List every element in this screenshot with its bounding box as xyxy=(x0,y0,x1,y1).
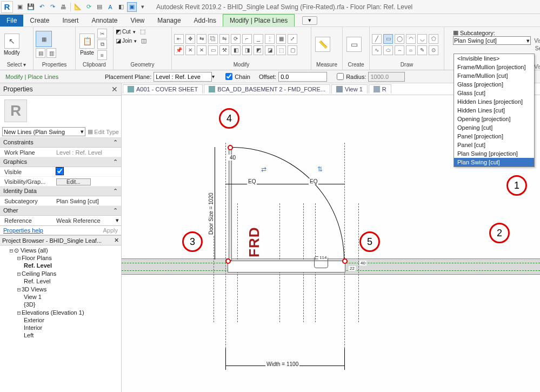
menu-addins[interactable]: Add-Ins xyxy=(188,15,223,26)
move-icon[interactable]: ✥ xyxy=(185,34,195,44)
tree-3d[interactable]: {3D} xyxy=(24,301,35,308)
tree-left[interactable]: Left xyxy=(24,332,34,338)
edit-button[interactable]: Edit... xyxy=(56,178,91,185)
section-identity[interactable]: Identity Data xyxy=(3,188,37,195)
measure-icon[interactable]: 📐 xyxy=(73,2,83,12)
create-icon[interactable]: ▭ xyxy=(346,37,362,52)
subcat-opt-selected[interactable]: Plan Swing [cut] xyxy=(454,158,534,167)
cope-icon[interactable]: ⬚ xyxy=(140,28,145,35)
print-icon[interactable]: 🖶 xyxy=(58,2,68,12)
section-constraints[interactable]: Constraints xyxy=(3,139,34,146)
draw-icon[interactable]: ⊙ xyxy=(429,45,438,55)
array-icon[interactable]: ▦ xyxy=(276,34,286,44)
join-button[interactable]: Join xyxy=(122,38,132,44)
qat-icon[interactable]: ▣ xyxy=(127,2,137,12)
redo-icon[interactable]: ↷ xyxy=(48,2,57,12)
menu-insert[interactable]: Insert xyxy=(56,15,85,26)
arc3-icon[interactable]: ◡ xyxy=(417,34,427,44)
copy-icon[interactable]: ⿻ xyxy=(208,34,218,44)
tree-ref-level[interactable]: Ref. Level xyxy=(24,262,52,269)
section-graphics[interactable]: Graphics xyxy=(3,158,27,165)
trim-icon[interactable]: ⌐ xyxy=(242,34,252,44)
mod-icon[interactable]: ◪ xyxy=(265,45,275,55)
offset-input[interactable] xyxy=(278,72,327,82)
group-icon[interactable]: ▭ xyxy=(208,45,218,55)
subcat-opt[interactable]: Frame/Mullion [projection] xyxy=(454,63,534,71)
view-tab[interactable]: A001 - COVER SHEET xyxy=(123,84,203,94)
scale-icon[interactable]: ⤢ xyxy=(288,34,297,44)
delete-icon[interactable]: ✕ xyxy=(197,45,206,55)
undo-icon[interactable]: ↶ xyxy=(37,2,46,12)
tree-ref-level-ceiling[interactable]: Ref. Level xyxy=(24,278,51,284)
view-tab[interactable]: R xyxy=(369,84,391,94)
qat-icon[interactable]: ◧ xyxy=(116,2,126,12)
flip-arrows-icon[interactable]: ⇅ xyxy=(317,165,323,173)
split-el-icon[interactable]: ⋮ xyxy=(265,34,275,44)
arrow-cursor-icon[interactable]: ↖ xyxy=(4,34,19,49)
ref-plane[interactable] xyxy=(225,143,226,348)
cut-button[interactable]: Cut xyxy=(122,29,131,35)
dim-eq-1[interactable]: EQ xyxy=(247,178,257,184)
ellipse-icon[interactable]: ⬭ xyxy=(383,45,393,55)
qat-icon[interactable]: ▤ xyxy=(95,2,104,12)
line-icon[interactable]: ╱ xyxy=(372,34,382,44)
view-tab[interactable]: BCA_DD_BASEMENT 2 - FMD_FORE... xyxy=(204,84,330,94)
properties-icon-2[interactable]: ▥ xyxy=(46,48,56,58)
subcat-opt[interactable]: Hidden Lines [projection] xyxy=(454,97,534,106)
apply-button[interactable]: Apply xyxy=(103,227,118,234)
section-other[interactable]: Other xyxy=(3,207,18,214)
type-selector[interactable]: New Lines (Plan Swing▾ xyxy=(2,127,85,136)
subcat-opt[interactable]: <Invisible lines> xyxy=(454,54,534,63)
mod-icon[interactable]: ▢ xyxy=(288,45,297,55)
partial-ellipse-icon[interactable]: ⌢ xyxy=(395,45,404,55)
join-geom-icon[interactable]: ◪ xyxy=(116,37,121,44)
rotate-icon[interactable]: ⟳ xyxy=(231,34,241,44)
paste-icon[interactable]: 📋 xyxy=(79,34,95,49)
file-menu[interactable]: File xyxy=(0,15,23,26)
mod-icon[interactable]: ◩ xyxy=(254,45,263,55)
edit-type-button[interactable]: ▦ Edit Type xyxy=(88,127,119,136)
prop-visible-checkbox[interactable] xyxy=(56,168,63,175)
placement-plane-input[interactable] xyxy=(154,72,212,82)
view-tab[interactable]: View 1 xyxy=(331,84,368,94)
offset-icon[interactable]: ⇆ xyxy=(197,34,206,44)
dim-40-right[interactable]: 40 xyxy=(359,261,366,265)
subcat-opt[interactable]: Hidden Lines [cut] xyxy=(454,106,534,115)
subcategory-combo[interactable]: Plan Swing [cut]▾ xyxy=(453,36,531,45)
unpin-icon[interactable]: ✕ xyxy=(185,45,195,55)
tree-view1[interactable]: View 1 xyxy=(24,294,42,300)
spline-icon[interactable]: ∿ xyxy=(372,45,382,55)
subcat-opt[interactable]: Glass [cut] xyxy=(454,89,534,97)
draw-icon[interactable]: ✎ xyxy=(417,45,427,55)
save-icon[interactable]: 💾 xyxy=(26,2,36,12)
subcat-opt[interactable]: Opening [cut] xyxy=(454,123,534,132)
dim-eq-2[interactable]: EQ xyxy=(309,178,318,184)
subcat-opt[interactable]: Opening [projection] xyxy=(454,115,534,123)
modify-button[interactable]: Modify xyxy=(4,50,19,56)
type-properties-icon[interactable]: ▤ xyxy=(36,48,45,58)
demolish-icon[interactable]: ⚒ xyxy=(219,45,229,55)
cut-clipboard-icon[interactable]: ✂ xyxy=(97,29,107,38)
paste-button[interactable]: Paste xyxy=(80,50,94,56)
flip-arrows-icon[interactable]: ⇄ xyxy=(261,165,266,173)
mod-icon[interactable]: ◧ xyxy=(231,45,241,55)
panel-select[interactable]: Select ▾ xyxy=(2,61,31,69)
polygon-icon[interactable]: ⬠ xyxy=(429,34,438,44)
project-browser-tree[interactable]: ⊟⊙ Views (all) ⊟Floor Plans Ref. Level ⊟… xyxy=(0,245,121,392)
mod-icon[interactable]: ⬚ xyxy=(276,45,286,55)
properties-icon[interactable]: ▦ xyxy=(36,31,52,47)
subcat-opt[interactable]: Panel [projection] xyxy=(454,132,534,141)
arc-icon[interactable]: ◠ xyxy=(406,34,416,44)
text-icon[interactable]: A xyxy=(105,2,115,12)
rect-icon[interactable]: ▭ xyxy=(383,34,393,44)
mirror-icon[interactable]: ⇋ xyxy=(219,34,229,44)
cut-geom-icon[interactable]: ◩ xyxy=(116,28,121,35)
tree-exterior[interactable]: Exterior xyxy=(24,317,44,323)
extend-icon[interactable]: ⎯ xyxy=(254,34,263,44)
pin-icon[interactable]: 📌 xyxy=(174,45,184,55)
prop-subcategory-value[interactable]: Plan Swing [cut] xyxy=(54,198,121,204)
tree-elevations[interactable]: Elevations (Elevation 1) xyxy=(22,309,84,316)
sync-icon[interactable]: ⟳ xyxy=(84,2,94,12)
tree-ceiling-plans[interactable]: Ceiling Plans xyxy=(22,270,56,277)
chain-checkbox[interactable] xyxy=(225,73,232,80)
